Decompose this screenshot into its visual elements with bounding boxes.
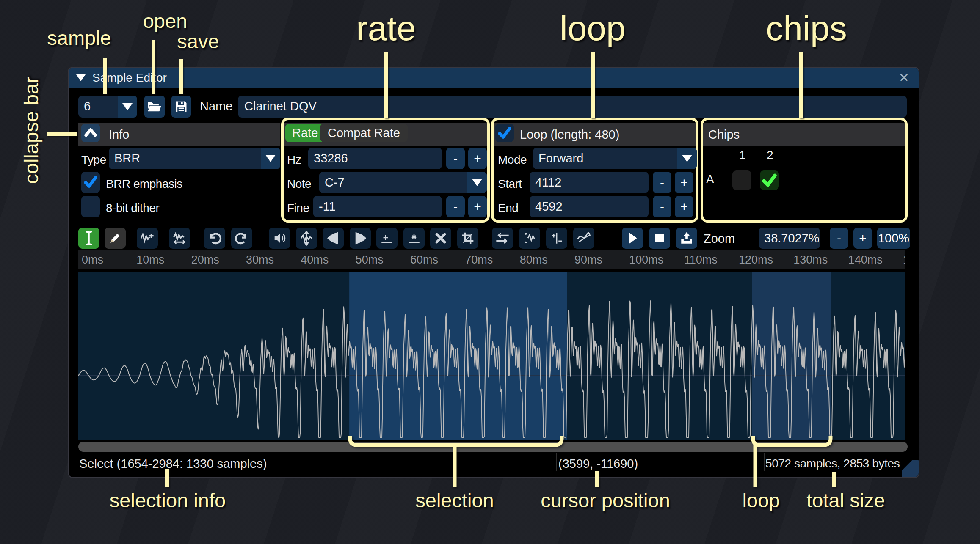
- fine-plus-button[interactable]: +: [468, 196, 487, 217]
- hz-plus-button[interactable]: +: [468, 148, 487, 169]
- zoom-input[interactable]: 38.7027%: [759, 228, 820, 249]
- loop-start-minus-button[interactable]: -: [653, 172, 671, 193]
- window-collapse-icon[interactable]: [76, 74, 86, 81]
- annotation-loop-bottom: loop: [743, 489, 780, 512]
- sample-combo-arrow[interactable]: [118, 96, 137, 118]
- zoom-minus-button[interactable]: -: [830, 228, 848, 249]
- dither-checkbox[interactable]: [81, 196, 100, 217]
- loop-start-label: Start: [498, 177, 522, 191]
- stop-button[interactable]: [649, 228, 670, 249]
- timeline-ruler[interactable]: 0ms10ms20ms30ms40ms50ms60ms70ms80ms90ms1…: [78, 250, 905, 269]
- type-combo-arrow[interactable]: [261, 148, 280, 169]
- chips-panel-title: Chips: [708, 128, 740, 142]
- reverse-button[interactable]: [492, 228, 513, 249]
- annotation-line-collapse-bar: [47, 132, 77, 136]
- chip-2-checkbox[interactable]: [760, 170, 779, 190]
- note-label: Note: [287, 177, 311, 191]
- amplify-button[interactable]: [269, 228, 290, 249]
- delete-button[interactable]: [430, 228, 451, 249]
- loop-start-plus-button[interactable]: +: [675, 172, 693, 193]
- rate-panel: Rate Compat Rate Hz 33286 - + Note C-7 F…: [284, 123, 487, 219]
- draw-tool-button[interactable]: [105, 228, 126, 249]
- resample-button[interactable]: [169, 228, 190, 249]
- loop-end-input[interactable]: 4592: [530, 196, 649, 217]
- ruler-tick-label: 70ms: [465, 253, 493, 267]
- resize-grip[interactable]: [902, 460, 919, 477]
- wave-stretch-icon: [172, 231, 187, 245]
- loop-mode-combo-arrow[interactable]: [677, 148, 697, 169]
- fade-out-button[interactable]: [350, 228, 371, 249]
- hz-input[interactable]: 33286: [308, 148, 442, 169]
- checkmark-icon: [82, 172, 99, 192]
- loop-start-value: 4112: [535, 176, 561, 190]
- ruler-tick-label: 30ms: [246, 253, 274, 267]
- status-separator-1: [556, 453, 557, 471]
- apply-silence-button[interactable]: [403, 228, 425, 249]
- hz-minus-button[interactable]: -: [446, 148, 465, 169]
- resize-button[interactable]: [137, 228, 158, 249]
- fine-label: Fine: [287, 201, 309, 215]
- loop-checkbox[interactable]: [495, 124, 514, 142]
- checkmark-icon: [760, 170, 779, 190]
- sign-button[interactable]: [546, 228, 567, 249]
- annotation-chips: chips: [766, 8, 847, 48]
- rate-tab[interactable]: Rate: [285, 124, 325, 142]
- note-combo[interactable]: C-7: [319, 172, 487, 193]
- info-collapse-button[interactable]: [81, 124, 100, 142]
- trim-button[interactable]: [457, 228, 478, 249]
- chips-panel-header: Chips: [703, 123, 905, 146]
- waveform-scrollbar[interactable]: [78, 442, 908, 452]
- sample-name-input[interactable]: Clarinet DQV: [238, 96, 907, 118]
- dither-label: 8-bit dither: [106, 201, 159, 215]
- undo-button[interactable]: [204, 228, 225, 249]
- selection-info-text: Select (1654-2984: 1330 samples): [79, 457, 267, 471]
- annotation-line-cursor-position: [595, 471, 599, 487]
- fine-minus-button[interactable]: -: [446, 196, 465, 217]
- loop-end-minus-button[interactable]: -: [653, 196, 671, 217]
- chip-1-checkbox[interactable]: [732, 170, 751, 190]
- wave-plus-icon: [140, 231, 155, 245]
- sample-index-combo[interactable]: 6: [78, 96, 137, 118]
- invert-button[interactable]: [519, 228, 540, 249]
- cross-icon: [434, 231, 447, 245]
- close-icon[interactable]: ✕: [899, 70, 909, 85]
- titlebar[interactable]: Sample Editor ✕: [69, 68, 919, 88]
- annotation-cursor-position: cursor position: [541, 489, 670, 512]
- hz-value: 33286: [314, 151, 348, 165]
- info-panel-header[interactable]: Info: [78, 123, 280, 146]
- fade-in-button[interactable]: [323, 228, 344, 249]
- annotation-collapse-bar: collapse bar: [19, 77, 43, 184]
- ruler-tick-label: 130ms: [793, 253, 828, 267]
- sign-icon: [549, 231, 564, 245]
- select-tool-button[interactable]: [78, 228, 99, 249]
- undo-icon: [207, 231, 222, 245]
- loop-mode-combo[interactable]: Forward: [533, 148, 697, 169]
- ruler-tick-label: 110ms: [684, 253, 718, 267]
- annotation-line-sample: [103, 58, 107, 94]
- waveform-area[interactable]: [78, 272, 905, 440]
- brr-emphasis-checkbox[interactable]: [81, 172, 100, 193]
- save-button[interactable]: [171, 96, 191, 118]
- zoom-plus-button[interactable]: +: [853, 228, 872, 249]
- redo-button[interactable]: [231, 228, 252, 249]
- pencil-icon: [108, 231, 122, 245]
- zoom-reset-button[interactable]: 100%: [877, 228, 910, 249]
- play-button[interactable]: [622, 228, 643, 249]
- loop-mode-value: Forward: [538, 151, 583, 165]
- ruler-tick-label: 0ms: [82, 253, 103, 267]
- open-button[interactable]: [144, 96, 165, 118]
- fine-input[interactable]: -11: [313, 196, 442, 217]
- loop-end-label: End: [498, 201, 518, 215]
- loop-panel-title: Loop (length: 480): [520, 128, 619, 142]
- checkmark-icon: [496, 124, 513, 142]
- filter-button[interactable]: [573, 228, 594, 249]
- loop-start-input[interactable]: 4112: [530, 172, 649, 193]
- type-combo[interactable]: BRR: [109, 148, 280, 169]
- import-button[interactable]: [676, 228, 697, 249]
- compat-rate-tab[interactable]: Compat Rate: [320, 124, 408, 142]
- note-combo-arrow[interactable]: [467, 172, 487, 193]
- loop-end-plus-button[interactable]: +: [675, 196, 693, 217]
- normalize-button[interactable]: [296, 228, 317, 249]
- insert-silence-button[interactable]: [376, 228, 398, 249]
- chevron-down-icon: [122, 103, 133, 110]
